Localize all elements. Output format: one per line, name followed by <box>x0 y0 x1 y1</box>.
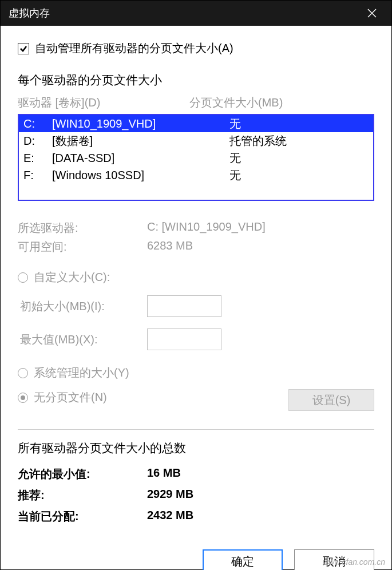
window-title: 虚拟内存 <box>9 6 50 20</box>
rec-label: 推荐: <box>18 488 147 503</box>
header-size: 分页文件大小(MB) <box>189 95 283 110</box>
drive-label: [Windows 10SSD] <box>52 169 229 182</box>
system-managed-label: 系统管理的大小(Y) <box>34 365 129 381</box>
dialog-content: 自动管理所有驱动器的分页文件大小(A) 每个驱动器的分页文件大小 驱动器 [卷标… <box>1 26 391 570</box>
rec-value: 2929 MB <box>147 488 193 503</box>
close-button[interactable] <box>361 1 383 26</box>
auto-manage-row[interactable]: 自动管理所有驱动器的分页文件大小(A) <box>18 41 374 56</box>
selected-drive-key: 所选驱动器: <box>18 220 147 236</box>
drive-size: 无 <box>229 151 369 166</box>
drive-size: 无 <box>229 116 369 132</box>
divider <box>18 429 374 430</box>
virtual-memory-dialog: 虚拟内存 自动管理所有驱动器的分页文件大小(A) 每个驱动器的分页文件大小 驱动… <box>0 0 392 570</box>
selected-drive-info: 所选驱动器: C: [WIN10_1909_VHD] 可用空间: 6283 MB <box>18 220 374 258</box>
drive-label: [数据卷] <box>52 133 229 149</box>
drive-size: 托管的系统 <box>229 133 369 149</box>
totals-title: 所有驱动器分页文件大小的总数 <box>18 440 374 456</box>
max-size-row: 最大值(MB)(X): <box>18 328 374 350</box>
custom-size-radio <box>18 272 28 283</box>
watermark: www.cfan.com.cn <box>323 557 385 567</box>
initial-size-input <box>147 295 221 317</box>
drive-row[interactable]: E: [DATA-SSD] 无 <box>19 149 373 167</box>
min-value: 16 MB <box>147 466 181 482</box>
set-button: 设置(S) <box>288 389 374 411</box>
min-label: 允许的最小值: <box>18 466 147 482</box>
system-managed-row: 系统管理的大小(Y) <box>18 365 374 381</box>
drive-row[interactable]: C: [WIN10_1909_VHD] 无 <box>19 115 373 132</box>
drive-row[interactable]: D: [数据卷] 托管的系统 <box>19 132 373 149</box>
selected-drive-value: C: [WIN10_1909_VHD] <box>147 220 266 236</box>
titlebar: 虚拟内存 <box>1 1 391 26</box>
custom-size-label: 自定义大小(C): <box>34 270 110 285</box>
cur-value: 2432 MB <box>147 509 193 524</box>
free-space-value: 6283 MB <box>147 239 193 255</box>
drive-letter: E: <box>23 152 52 165</box>
cur-label: 当前已分配: <box>18 509 147 524</box>
free-space-key: 可用空间: <box>18 239 147 255</box>
max-size-label: 最大值(MB)(X): <box>20 332 147 347</box>
header-drive: 驱动器 [卷标](D) <box>18 95 189 110</box>
auto-manage-checkbox[interactable] <box>18 43 29 54</box>
drive-label: [DATA-SSD] <box>52 152 229 165</box>
drive-row[interactable]: F: [Windows 10SSD] 无 <box>19 167 373 184</box>
checkmark-icon <box>19 45 27 53</box>
custom-size-row: 自定义大小(C): <box>18 270 374 285</box>
drive-letter: C: <box>23 117 52 130</box>
close-icon <box>367 9 377 18</box>
drive-list-headers: 驱动器 [卷标](D) 分页文件大小(MB) <box>18 95 374 110</box>
drive-label: [WIN10_1909_VHD] <box>52 117 229 130</box>
drive-letter: F: <box>23 169 52 182</box>
auto-manage-label: 自动管理所有驱动器的分页文件大小(A) <box>35 41 233 56</box>
ok-button[interactable]: 确定 <box>203 549 283 570</box>
max-size-input <box>147 328 221 350</box>
drive-letter: D: <box>23 134 52 148</box>
drive-list[interactable]: C: [WIN10_1909_VHD] 无 D: [数据卷] 托管的系统 E: … <box>18 114 374 201</box>
initial-size-row: 初始大小(MB)(I): <box>18 295 374 317</box>
dialog-buttons: 确定 取消 <box>18 549 374 570</box>
each-drive-title: 每个驱动器的分页文件大小 <box>18 72 374 88</box>
initial-size-label: 初始大小(MB)(I): <box>20 299 147 314</box>
system-managed-radio <box>18 368 28 378</box>
drive-size: 无 <box>229 168 369 183</box>
